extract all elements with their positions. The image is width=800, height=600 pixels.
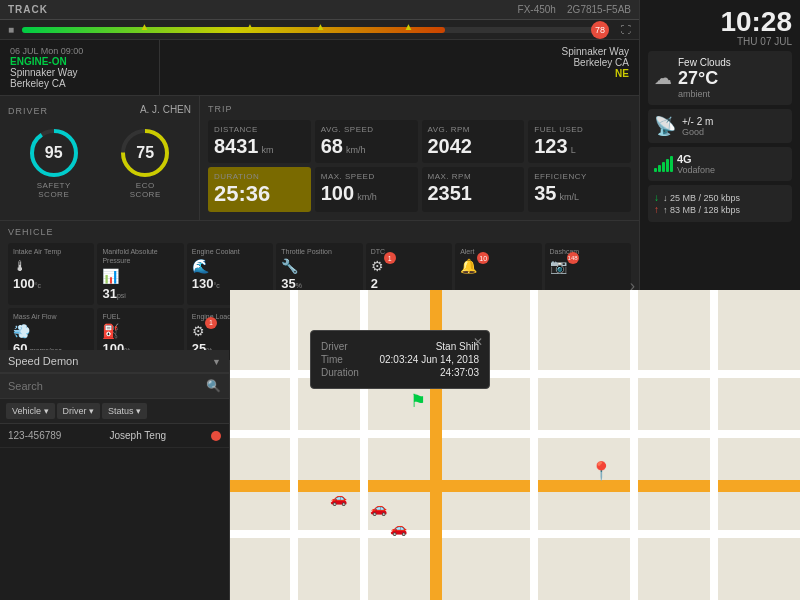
trip-efficiency-label: EFFICIENCY <box>534 172 625 181</box>
trip-distance-unit: km <box>262 145 274 155</box>
list-item-id: 123-456789 <box>8 430 104 441</box>
maf-icon: 💨 <box>13 323 89 339</box>
clock-time: 10:28 <box>648 8 792 36</box>
map-vehicle-icon-3: 🚗 <box>370 500 387 516</box>
trip-fuel-unit: L <box>571 145 576 155</box>
engine-load-icon: ⚙ <box>192 323 205 339</box>
trip-duration-value: 25:36 <box>214 181 270 206</box>
eco-score-label: ECOSCORE <box>130 181 161 199</box>
track-bar: TRACK FX-450h 2G7815-F5AB <box>0 0 639 20</box>
weather-icon: ☁ <box>654 67 672 89</box>
vehicle-filter-button[interactable]: Vehicle ▾ <box>6 403 55 419</box>
route-progress: ▲ ▲ ▲ ▲ 78 <box>22 27 609 33</box>
signal-bars <box>654 156 673 172</box>
list-item-name: Joseph Teng <box>110 430 206 441</box>
trip-avg-speed-card: AVG. SPEED 68 km/h <box>315 120 418 163</box>
safety-score-label: SAFETYSCORE <box>37 181 71 199</box>
route-icon-2: ▲ <box>245 21 255 32</box>
trip-max-speed-card: MAX. SPEED 100 km/h <box>315 167 418 212</box>
trip-distance-card: DISTANCE 8431 km <box>208 120 311 163</box>
dashcam-icon: 📷 <box>550 258 567 274</box>
map-vehicle-icon-1: 🚗 <box>330 490 347 506</box>
status-filter-button[interactable]: Status ▾ <box>102 403 147 419</box>
status-filter-label: Status ▾ <box>108 406 141 416</box>
trip-avg-rpm-card: AVG. RPM 2042 <box>422 120 525 163</box>
trip-max-speed-unit: km/h <box>357 192 377 202</box>
gps-accuracy: +/- 2 m <box>682 116 786 127</box>
dest-city: Berkeley CA <box>170 57 629 68</box>
eco-score-value: 75 <box>136 144 154 162</box>
safety-score-circle: 95 SAFETYSCORE <box>28 127 80 199</box>
map-road-v6 <box>710 290 718 600</box>
list-item[interactable]: 123-456789 Joseph Teng <box>0 424 229 448</box>
map-panel: ⚑ 📍 ✕ Driver Stan Shih Time 02:03:24 Jun… <box>230 290 800 600</box>
tooltip-close-button[interactable]: ✕ <box>473 335 483 349</box>
route-progress-fill <box>22 27 445 33</box>
trip-section-label: TRIP <box>208 104 631 114</box>
tooltip-time-value: 02:03:24 Jun 14, 2018 <box>379 354 479 365</box>
v-intake-air: Intake Air Temp 🌡 100°c <box>8 243 94 304</box>
trip-max-speed-value: 100 <box>321 182 354 204</box>
trip-duration-card: DURATION 25:36 <box>208 167 311 212</box>
safety-score-value: 95 <box>45 144 63 162</box>
trip-avg-speed-unit: km/h <box>346 145 366 155</box>
manifold-icon: 📊 <box>102 268 178 284</box>
search-input[interactable] <box>8 380 206 392</box>
group-dropdown[interactable]: Speed Demon <box>0 350 229 373</box>
throttle-icon: 🔧 <box>281 258 357 274</box>
tooltip-duration-label: Duration <box>321 367 359 378</box>
weather-widget: ☁ Few Clouds 27°C ambient <box>648 51 792 105</box>
destination-info: Spinnaker Way Berkeley CA NE <box>160 40 639 95</box>
vehicle-filter-label: Vehicle ▾ <box>12 406 49 416</box>
gps-icon: 📡 <box>654 115 676 137</box>
driver-trip-section: DRIVER A. J. CHEN 95 SAFETYSCORE <box>0 96 639 221</box>
route-start-icon: ■ <box>8 24 14 35</box>
fuel-icon: ⛽ <box>102 323 178 339</box>
trip-distance-label: DISTANCE <box>214 125 305 134</box>
track-device: FX-450h <box>518 4 556 15</box>
eco-gauge: 75 <box>119 127 171 179</box>
trip-max-rpm-card: MAX. RPM 2351 <box>422 167 525 212</box>
trip-avg-rpm-value: 2042 <box>428 135 473 157</box>
search-wrapper[interactable]: 🔍 <box>0 374 229 399</box>
driver-filter-button[interactable]: Driver ▾ <box>57 403 101 419</box>
dest-street: Spinnaker Way <box>170 46 629 57</box>
weather-temp: 27°C <box>678 68 786 89</box>
clock: 10:28 THU 07 JUL <box>648 8 792 47</box>
trip-avg-rpm-label: AVG. RPM <box>428 125 519 134</box>
route-icon-4: ▲ <box>404 21 414 32</box>
track-title: TRACK <box>8 4 48 15</box>
map-background: ⚑ 📍 ✕ Driver Stan Shih Time 02:03:24 Jun… <box>230 290 800 600</box>
download-stats: ↓ 25 MB / 250 kbps <box>663 193 740 203</box>
location-city: Berkeley CA <box>10 78 149 89</box>
driver-filter-label: Driver ▾ <box>63 406 95 416</box>
location-date: 06 JUL Mon 09:00 <box>10 46 149 56</box>
clock-date: THU 07 JUL <box>648 36 792 47</box>
signal-widget: 4G Vodafone <box>648 147 792 181</box>
trip-panel: TRIP DISTANCE 8431 km AVG. SPEED 68 km/h… <box>200 96 639 220</box>
trip-avg-speed-label: AVG. SPEED <box>321 125 412 134</box>
trip-avg-speed-value: 68 <box>321 135 343 157</box>
location-info: 06 JUL Mon 09:00 ENGINE-ON Spinnaker Way… <box>0 40 160 95</box>
right-panel: 10:28 THU 07 JUL ☁ Few Clouds 27°C ambie… <box>640 0 800 290</box>
search-icon: 🔍 <box>206 379 221 393</box>
list-item-status-dot <box>211 431 221 441</box>
trip-duration-label: DURATION <box>214 172 305 181</box>
weather-temp-label: ambient <box>678 89 786 99</box>
map-road-v5 <box>630 290 638 600</box>
group-dropdown-wrapper[interactable]: Speed Demon <box>0 350 229 374</box>
trip-efficiency-value: 35 <box>534 182 556 204</box>
driver-section-label: DRIVER <box>8 106 48 116</box>
dtc-icon: ⚙ <box>371 258 384 274</box>
track-id: 2G7815-F5AB <box>567 4 631 15</box>
trip-fuel-label: FUEL USED <box>534 125 625 134</box>
route-map-icon: ⛶ <box>621 24 631 35</box>
route-bar: ■ ▲ ▲ ▲ ▲ 78 ⛶ <box>0 20 639 40</box>
trip-fuel-card: FUEL USED 123 L <box>528 120 631 163</box>
driver-panel: DRIVER A. J. CHEN 95 SAFETYSCORE <box>0 96 200 220</box>
gps-widget: 📡 +/- 2 m Good <box>648 109 792 143</box>
tooltip-driver-label: Driver <box>321 341 348 352</box>
trip-grid: DISTANCE 8431 km AVG. SPEED 68 km/h AVG.… <box>208 120 631 212</box>
driver-name: A. J. CHEN <box>140 104 191 115</box>
route-marker: 78 <box>591 21 609 39</box>
